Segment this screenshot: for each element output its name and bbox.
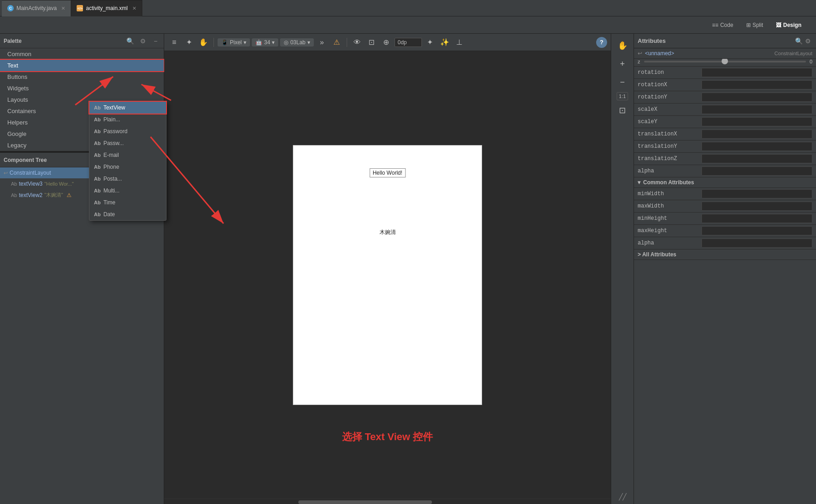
warning-indicator[interactable]: ⚠: [330, 36, 343, 49]
palette-item-widgets[interactable]: Widgets: [0, 83, 164, 94]
palette-item-buttons[interactable]: Buttons: [0, 71, 164, 83]
attr-scaleY-input[interactable]: [702, 117, 812, 126]
split-icon: ⊞: [746, 22, 751, 28]
attr-translationZ-input[interactable]: [702, 154, 812, 163]
design-view-btn[interactable]: 🖼 Design: [772, 21, 805, 30]
theme-selector[interactable]: ◎ 03Lab ▾: [280, 38, 313, 47]
attr-translationX-label: translationX: [638, 131, 702, 137]
layers-btn[interactable]: ≡: [168, 36, 181, 49]
code-view-btn[interactable]: ≡≡ Code: [708, 21, 737, 30]
palette-item-common[interactable]: Common: [0, 48, 164, 60]
code-icon: ≡≡: [712, 22, 718, 28]
tab-xml[interactable]: </> activity_main.xml ✕: [71, 0, 142, 16]
z-slider[interactable]: [644, 61, 806, 62]
attr-translationY-input[interactable]: [702, 142, 812, 151]
zoom-out-btn[interactable]: −: [614, 74, 631, 90]
fit-btn[interactable]: ⊡: [614, 102, 631, 119]
zoom-in-btn[interactable]: +: [614, 56, 631, 72]
attr-alpha2: alpha: [634, 237, 816, 249]
horizontal-scrollbar[interactable]: [164, 499, 611, 504]
palette-minimize-icon[interactable]: −: [151, 36, 160, 46]
tree-constraint-label: ConstraintLayout: [10, 170, 51, 176]
attr-rotationY-label: rotationY: [638, 94, 702, 100]
designer-toolbar: ≡ ✦ ✋ 📱 Pixel ▾ 🤖 34 ▾ ◎ 03Lab ▾ » ⚠ 👁: [164, 34, 611, 51]
attr-minHeight: minHeight: [634, 213, 816, 225]
dropdown-time[interactable]: Ab Time: [89, 197, 166, 208]
help-btn[interactable]: ?: [596, 37, 607, 48]
attr-translationY-label: translationY: [638, 143, 702, 150]
attr-rotationX-label: rotationX: [638, 82, 702, 88]
attr-search-icon[interactable]: 🔍: [794, 36, 803, 46]
align-btn[interactable]: ⊥: [453, 36, 466, 49]
phone-icon: 📱: [221, 39, 228, 46]
attr-scaleX-label: scaleX: [638, 106, 702, 113]
attr-rotation: rotation: [634, 67, 816, 79]
hand-btn[interactable]: ✋: [614, 37, 631, 54]
dp-input[interactable]: 0dp: [395, 38, 422, 47]
palette-search-icon[interactable]: 🔍: [125, 36, 135, 46]
attr-settings-icon[interactable]: ⚙: [803, 36, 812, 46]
attr-translationX-input[interactable]: [702, 130, 812, 139]
attr-minWidth-input[interactable]: [702, 189, 812, 198]
instruction-text: 选择 Text View 控件: [342, 430, 433, 444]
attributes-title: Attributes: [638, 37, 794, 44]
attr-maxHeight-label: maxHeight: [638, 228, 702, 234]
tab-xml-close[interactable]: ✕: [132, 5, 136, 11]
common-attributes-section[interactable]: ▾ Common Attributes: [634, 177, 816, 188]
canvas-area[interactable]: Hello World! 木婉清 选择 Text View 控件: [164, 51, 611, 499]
dropdown-plain[interactable]: Ab Plain...: [89, 114, 166, 125]
api-selector[interactable]: 🤖 34 ▾: [252, 38, 278, 47]
api-icon: 🤖: [255, 39, 262, 46]
zoom-ratio[interactable]: 1:1: [617, 92, 628, 100]
attr-minHeight-input[interactable]: [702, 214, 812, 223]
attr-maxWidth-input[interactable]: [702, 202, 812, 211]
eye-btn[interactable]: 👁: [351, 36, 364, 49]
attr-scaleX-input[interactable]: [702, 105, 812, 114]
palette-settings-icon[interactable]: ⚙: [138, 36, 147, 46]
attr-rotationX-input[interactable]: [702, 80, 812, 89]
attr-rotation-input[interactable]: [702, 68, 812, 77]
attr-maxHeight-input[interactable]: [702, 226, 812, 235]
dropdown-multi[interactable]: Ab Multi...: [89, 185, 166, 197]
palette-item-text[interactable]: Text: [0, 60, 164, 71]
attr-alpha-input[interactable]: [702, 166, 812, 176]
cursor-btn[interactable]: ✦: [182, 36, 195, 49]
split-view-btn[interactable]: ⊞ Split: [743, 21, 767, 30]
z-slider-row: z 0: [634, 59, 816, 67]
sep2: [347, 38, 347, 47]
dropdown-phone[interactable]: Ab Phone: [89, 161, 166, 173]
main-layout: Palette 🔍 ⚙ − Common Text Buttons Widget…: [0, 34, 816, 504]
animate-btn[interactable]: ✦: [424, 36, 437, 49]
tab-java-close[interactable]: ✕: [61, 5, 65, 11]
more-btn[interactable]: »: [316, 36, 328, 49]
dropdown-password[interactable]: Ab Password: [89, 125, 166, 137]
designer-area: ≡ ✦ ✋ 📱 Pixel ▾ 🤖 34 ▾ ◎ 03Lab ▾ » ⚠ 👁: [164, 34, 611, 504]
attr-rotationY-input[interactable]: [702, 93, 812, 102]
attr-maxWidth-label: maxWidth: [638, 203, 702, 209]
dropdown-date[interactable]: Ab Date: [89, 208, 166, 220]
all-attributes-section[interactable]: > All Attributes: [634, 249, 816, 260]
attr-constraint-type: ConstraintLayout: [774, 51, 812, 56]
right-side-toolbar: ✋ + − 1:1 ⊡ ╱╱: [611, 34, 634, 504]
textview-icon: Ab: [94, 105, 101, 110]
attr-maxHeight: maxHeight: [634, 225, 816, 237]
z-value: 0: [810, 59, 812, 64]
pan-btn[interactable]: ✋: [197, 36, 210, 49]
attr-component-icon: ↩: [638, 50, 642, 57]
blueprint-btn[interactable]: ⊡: [365, 36, 378, 49]
tree-ab-icon1: Ab: [11, 181, 17, 187]
dropdown-passw[interactable]: Ab Passw...: [89, 137, 166, 149]
dropdown-email[interactable]: Ab E-mail: [89, 149, 166, 161]
api-dropdown-icon: ▾: [272, 39, 275, 46]
sep1: [213, 38, 214, 47]
zoom-btn[interactable]: ⊕: [380, 36, 393, 49]
diagonal-marker: ╱╱: [619, 493, 626, 500]
dropdown-postal[interactable]: Ab Posta...: [89, 173, 166, 185]
attr-rotationX: rotationX: [634, 79, 816, 91]
palette-header: Palette 🔍 ⚙ −: [0, 34, 164, 48]
transform-btn[interactable]: ✨: [438, 36, 451, 49]
tab-java[interactable]: C MainActivity.java ✕: [2, 0, 71, 16]
dropdown-textview[interactable]: Ab TextView: [89, 102, 166, 114]
device-selector[interactable]: 📱 Pixel ▾: [218, 38, 250, 47]
attr-alpha2-input[interactable]: [702, 239, 812, 248]
